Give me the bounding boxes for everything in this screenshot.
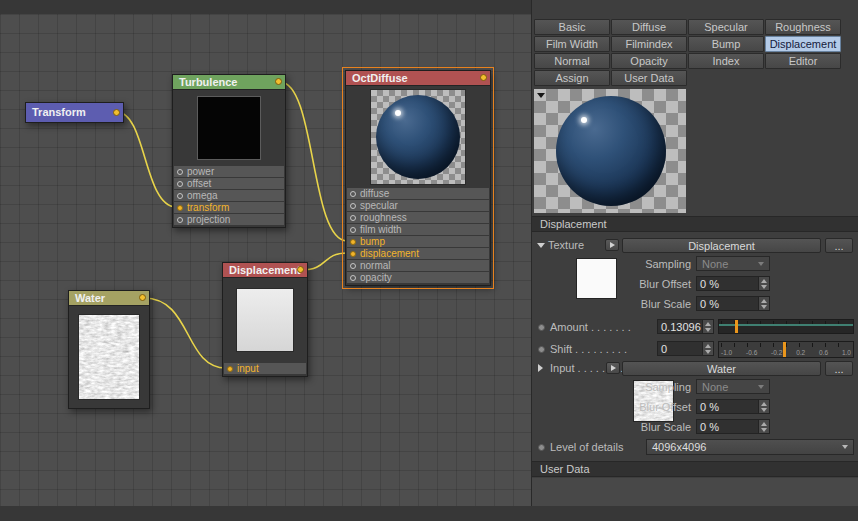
node-graph-canvas[interactable]: Transform Turbulence power offset omega … (0, 14, 531, 506)
input-port[interactable] (177, 193, 183, 199)
texture-shader-button[interactable]: Displacement (622, 238, 821, 253)
input-port[interactable] (350, 215, 356, 221)
output-port[interactable] (113, 109, 120, 116)
port-row[interactable]: opacity (347, 272, 489, 283)
port-row-connected[interactable]: input (224, 363, 306, 374)
node-turbulence-header[interactable]: Turbulence (173, 75, 285, 90)
texture-expand-icon[interactable] (537, 243, 545, 248)
tab-specular[interactable]: Specular (688, 19, 764, 35)
spin-down-icon[interactable] (705, 350, 711, 354)
input-port[interactable] (350, 251, 356, 257)
tab-index[interactable]: Index (688, 53, 764, 69)
tab-film-width[interactable]: Film Width (534, 36, 610, 52)
spinner-arrows[interactable] (702, 342, 713, 355)
input-shader-button[interactable]: Water (622, 361, 821, 376)
node-displacement[interactable]: Displacement input (222, 262, 308, 377)
blur-offset-field[interactable]: 0 % (696, 276, 770, 291)
input-play-button[interactable] (606, 362, 620, 374)
tab-opacity[interactable]: Opacity (611, 53, 687, 69)
spin-down-icon[interactable] (761, 408, 767, 412)
input-port[interactable] (177, 169, 183, 175)
level-of-details-dropdown[interactable]: 4096x4096 (646, 439, 854, 455)
port-row[interactable]: power (174, 166, 284, 177)
spin-down-icon[interactable] (705, 328, 711, 332)
spin-up-icon[interactable] (761, 422, 767, 426)
input-port[interactable] (177, 181, 183, 187)
tab-user-data[interactable]: User Data (611, 70, 687, 86)
port-row[interactable]: roughness (347, 212, 489, 223)
amount-slider-marker[interactable] (735, 320, 738, 333)
output-port[interactable] (480, 74, 487, 81)
spinner-arrows[interactable] (758, 277, 769, 290)
output-port[interactable] (297, 266, 304, 273)
input-expand-icon[interactable] (538, 364, 543, 372)
tab-diffuse[interactable]: Diffuse (611, 19, 687, 35)
input-port[interactable] (350, 227, 356, 233)
port-row[interactable]: offset (174, 178, 284, 189)
output-port[interactable] (139, 294, 146, 301)
spinner-arrows[interactable] (758, 420, 769, 433)
port-row[interactable]: film width (347, 224, 489, 235)
node-turbulence[interactable]: Turbulence power offset omega transform … (172, 74, 286, 228)
spin-down-icon[interactable] (761, 285, 767, 289)
spin-up-icon[interactable] (761, 402, 767, 406)
port-row[interactable]: diffuse (347, 188, 489, 199)
port-row-connected[interactable]: bump (347, 236, 489, 247)
blur-scale-field[interactable]: 0 % (696, 419, 770, 434)
input-port[interactable] (177, 217, 183, 223)
spin-down-icon[interactable] (761, 428, 767, 432)
node-transform[interactable]: Transform (25, 102, 124, 123)
sampling-dropdown[interactable]: None (696, 256, 770, 271)
node-water[interactable]: Water (68, 290, 150, 409)
sampling-dropdown[interactable]: None (696, 379, 770, 394)
texture-more-button[interactable]: ... (825, 238, 853, 253)
tab-roughness[interactable]: Roughness (765, 19, 841, 35)
tab-editor[interactable]: Editor (765, 53, 841, 69)
tab-bump[interactable]: Bump (688, 36, 764, 52)
tab-displacement[interactable]: Displacement (765, 36, 841, 52)
spinner-arrows[interactable] (758, 400, 769, 413)
blur-offset-field[interactable]: 0 % (696, 399, 770, 414)
amount-slider[interactable] (718, 319, 854, 334)
input-port[interactable] (227, 366, 233, 372)
input-more-button[interactable]: ... (825, 361, 853, 376)
port-row[interactable]: projection (174, 214, 284, 225)
shift-slider-marker[interactable] (783, 342, 786, 357)
node-octdiffuse[interactable]: OctDiffuse diffuse specular roughness fi… (345, 70, 491, 286)
spinner-arrows[interactable] (702, 320, 713, 333)
texture-play-button[interactable] (605, 239, 619, 251)
tab-basic[interactable]: Basic (534, 19, 610, 35)
spin-up-icon[interactable] (705, 344, 711, 348)
node-transform-header[interactable]: Transform (26, 103, 123, 122)
port-row[interactable]: omega (174, 190, 284, 201)
shift-option-dot[interactable] (538, 346, 545, 353)
blur-scale-field[interactable]: 0 % (696, 296, 770, 311)
spin-down-icon[interactable] (761, 305, 767, 309)
port-row-connected[interactable]: transform (174, 202, 284, 213)
shift-slider[interactable]: -1.0 -0.6 -0.2 0.2 0.6 1.0 (718, 341, 854, 358)
spin-up-icon[interactable] (761, 279, 767, 283)
tab-normal[interactable]: Normal (534, 53, 610, 69)
input-port[interactable] (350, 203, 356, 209)
shift-field[interactable]: 0 (657, 341, 714, 356)
port-row[interactable]: specular (347, 200, 489, 211)
node-octdiffuse-header[interactable]: OctDiffuse (346, 71, 490, 86)
tab-assign[interactable]: Assign (534, 70, 610, 86)
input-port[interactable] (350, 191, 356, 197)
spin-up-icon[interactable] (705, 322, 711, 326)
port-row[interactable]: normal (347, 260, 489, 271)
output-port[interactable] (275, 78, 282, 85)
spin-up-icon[interactable] (761, 299, 767, 303)
spinner-arrows[interactable] (758, 297, 769, 310)
port-row-connected[interactable]: displacement (347, 248, 489, 259)
node-water-header[interactable]: Water (69, 291, 149, 306)
node-displacement-header[interactable]: Displacement (223, 263, 307, 278)
level-option-dot[interactable] (538, 444, 545, 451)
input-port[interactable] (350, 239, 356, 245)
input-port[interactable] (177, 205, 183, 211)
amount-option-dot[interactable] (538, 324, 545, 331)
amount-field[interactable]: 0.13096 (657, 319, 714, 334)
preview-disclosure-icon[interactable] (537, 93, 545, 98)
input-port[interactable] (350, 275, 356, 281)
input-port[interactable] (350, 263, 356, 269)
